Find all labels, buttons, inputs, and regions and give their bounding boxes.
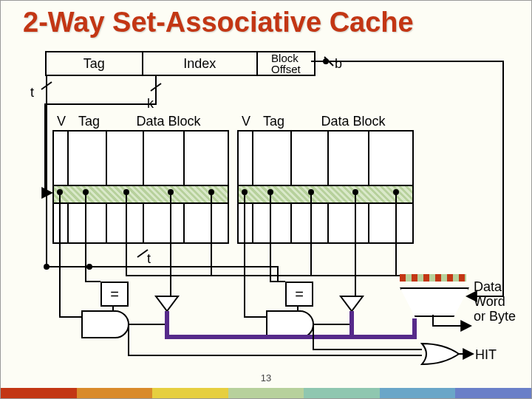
col-v: V <box>54 114 69 129</box>
mux-body <box>400 287 469 317</box>
col-data-block: Data Block <box>109 114 228 129</box>
comparator-way1: = <box>285 282 313 307</box>
addr-field-block-offset: Block Offset <box>258 52 314 75</box>
col-tag: Tag <box>69 114 109 129</box>
svg-point-1 <box>324 59 328 64</box>
addr-field-tag: Tag <box>47 52 143 75</box>
bitwidth-b: b <box>335 57 342 72</box>
cache-way-0: V Tag Data Block <box>52 130 229 244</box>
bitwidth-t2: t <box>147 252 151 267</box>
accent-bar <box>1 388 531 398</box>
col-data-block: Data Block <box>294 114 412 129</box>
svg-point-12 <box>87 265 92 269</box>
page-number: 13 <box>1 372 531 383</box>
bitwidth-k: k <box>147 97 154 112</box>
addr-field-index: Index <box>143 52 258 75</box>
address-box: Tag Index Block Offset <box>45 51 316 76</box>
bitwidth-t: t <box>30 86 34 100</box>
mux-inputs <box>400 274 466 282</box>
comparator-way0: = <box>100 282 129 307</box>
col-v: V <box>239 114 253 129</box>
output-label: Data Word or Byte <box>474 280 516 324</box>
hit-label: HIT <box>475 348 497 363</box>
mux <box>400 274 466 317</box>
cache-way-1: V Tag Data Block <box>237 130 414 244</box>
col-tag: Tag <box>253 114 294 129</box>
slide-title: 2-Way Set-Associative Cache <box>23 7 414 38</box>
svg-point-0 <box>44 265 49 269</box>
selected-set-row <box>237 185 414 204</box>
selected-set-row <box>52 185 229 204</box>
